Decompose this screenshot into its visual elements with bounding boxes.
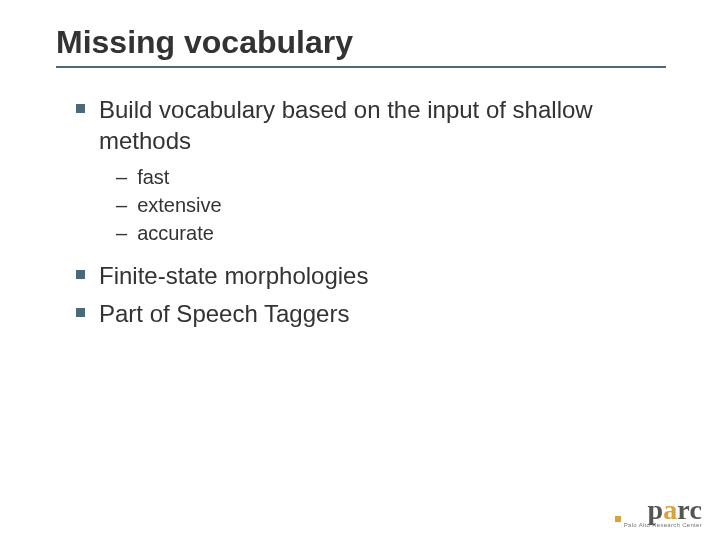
bullet-text: Build vocabulary based on the input of s… [99, 94, 666, 156]
sub-item: – fast [116, 164, 666, 190]
sub-text: extensive [137, 192, 222, 218]
logo-square-icon [615, 516, 621, 522]
dash-icon: – [116, 164, 127, 190]
bullet-item: Part of Speech Taggers [76, 298, 666, 329]
logo-letter: p [648, 496, 664, 524]
bullet-text: Part of Speech Taggers [99, 298, 349, 329]
logo-column: p a r c Palo Alto Research Center [624, 496, 702, 528]
logo-letter: a [663, 496, 677, 524]
parc-logo: p a r c Palo Alto Research Center [615, 496, 702, 528]
logo-mark: p a r c [648, 496, 702, 524]
sub-text: fast [137, 164, 169, 190]
square-bullet-icon [76, 308, 85, 317]
sub-list: – fast – extensive – accurate [116, 164, 666, 246]
logo-letter: r [677, 496, 689, 524]
sub-text: accurate [137, 220, 214, 246]
square-bullet-icon [76, 104, 85, 113]
slide: Missing vocabulary Build vocabulary base… [0, 0, 720, 540]
title-underline [56, 66, 666, 68]
square-bullet-icon [76, 270, 85, 279]
sub-item: – accurate [116, 220, 666, 246]
content-area: Build vocabulary based on the input of s… [76, 94, 666, 335]
logo-letter: c [690, 496, 702, 524]
slide-title: Missing vocabulary [56, 24, 353, 61]
dash-icon: – [116, 220, 127, 246]
logo-subtitle: Palo Alto Research Center [624, 522, 702, 528]
dash-icon: – [116, 192, 127, 218]
bullet-text: Finite-state morphologies [99, 260, 368, 291]
bullet-item: Build vocabulary based on the input of s… [76, 94, 666, 156]
sub-item: – extensive [116, 192, 666, 218]
bullet-item: Finite-state morphologies [76, 260, 666, 291]
